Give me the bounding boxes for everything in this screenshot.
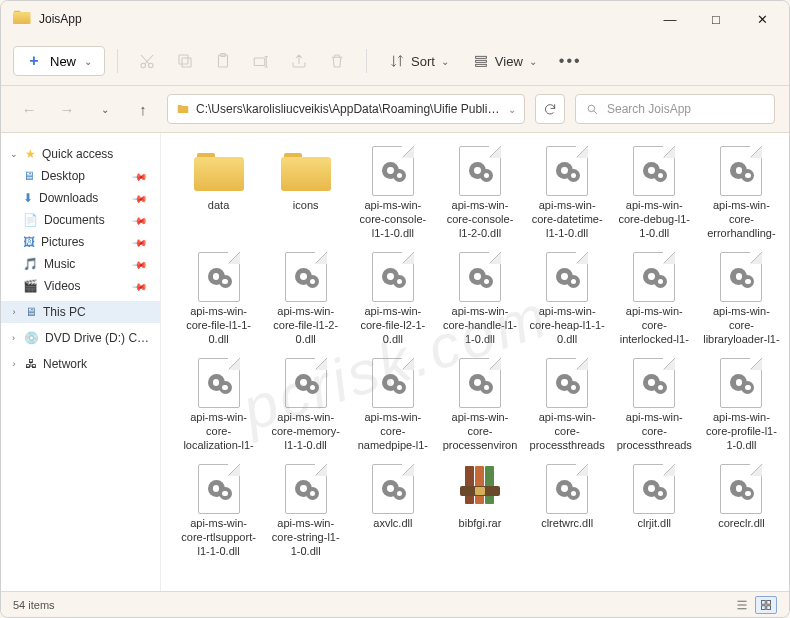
view-button[interactable]: View ⌄	[463, 47, 547, 75]
dll-icon	[633, 358, 675, 408]
recent-dropdown[interactable]: ⌄	[91, 95, 119, 123]
dll-icon	[198, 464, 240, 514]
sidebar-label: DVD Drive (D:) CCCC	[45, 331, 152, 345]
chevron-right-icon: ›	[9, 307, 19, 317]
copy-button[interactable]	[168, 46, 202, 76]
plus-icon: +	[26, 53, 42, 69]
rename-button[interactable]	[244, 46, 278, 76]
file-item[interactable]: clretwrc.dll	[524, 461, 611, 567]
sidebar-item-documents[interactable]: 📄Documents📌	[1, 209, 160, 231]
pictures-icon: 🖼	[23, 235, 35, 249]
file-name: api-ms-win-core-handle-l1-1-0.dll	[438, 305, 521, 346]
folder-icon	[194, 151, 244, 191]
file-item[interactable]: api-ms-win-core-processthreads-l1-1-1.dl…	[611, 355, 698, 461]
file-item[interactable]: api-ms-win-core-interlocked-l1-1-0.dll	[611, 249, 698, 355]
file-name: icons	[290, 199, 322, 213]
file-name: api-ms-win-core-datetime-l1-1-0.dll	[526, 199, 609, 240]
sidebar-label: Quick access	[42, 147, 113, 161]
file-item[interactable]: api-ms-win-core-debug-l1-1-0.dll	[611, 143, 698, 249]
address-path: C:\Users\karolisliucveikis\AppData\Roami…	[196, 102, 502, 116]
sidebar-this-pc[interactable]: › 🖥 This PC	[1, 301, 160, 323]
file-name: api-ms-win-core-debug-l1-1-0.dll	[613, 199, 696, 240]
dll-icon	[198, 252, 240, 302]
sidebar-item-desktop[interactable]: 🖥Desktop📌	[1, 165, 160, 187]
dll-icon	[285, 358, 327, 408]
file-name: api-ms-win-core-heap-l1-1-0.dll	[526, 305, 609, 346]
file-name: clretwrc.dll	[538, 517, 596, 531]
file-name: bibfgi.rar	[456, 517, 505, 531]
minimize-button[interactable]: —	[647, 3, 693, 35]
file-item[interactable]: api-ms-win-core-string-l1-1-0.dll	[262, 461, 349, 567]
file-item[interactable]: api-ms-win-core-heap-l1-1-0.dll	[524, 249, 611, 355]
sidebar-network[interactable]: › 🖧 Network	[1, 353, 160, 375]
file-name: api-ms-win-core-rtlsupport-l1-1-0.dll	[177, 517, 260, 558]
sidebar-item-music[interactable]: 🎵Music📌	[1, 253, 160, 275]
file-item[interactable]: api-ms-win-core-memory-l1-1-0.dll	[262, 355, 349, 461]
close-button[interactable]: ✕	[739, 3, 785, 35]
sidebar-dvd[interactable]: › 💿 DVD Drive (D:) CCCC	[1, 327, 160, 349]
file-item[interactable]: api-ms-win-core-handle-l1-1-0.dll	[436, 249, 523, 355]
icons-view-button[interactable]	[755, 596, 777, 614]
sidebar-item-downloads[interactable]: ⬇Downloads📌	[1, 187, 160, 209]
file-item[interactable]: api-ms-win-core-file-l1-1-0.dll	[175, 249, 262, 355]
file-item[interactable]: clrjit.dll	[611, 461, 698, 567]
window-title: JoisApp	[39, 12, 647, 26]
share-button[interactable]	[282, 46, 316, 76]
dll-icon	[633, 464, 675, 514]
svg-rect-3	[179, 55, 188, 64]
sort-button[interactable]: Sort ⌄	[379, 47, 459, 75]
documents-icon: 📄	[23, 213, 38, 227]
file-item[interactable]: coreclr.dll	[698, 461, 785, 567]
file-item[interactable]: api-ms-win-core-libraryloader-l1-1-0.dll	[698, 249, 785, 355]
chevron-down-icon[interactable]: ⌄	[508, 104, 516, 115]
search-input[interactable]: Search JoisApp	[575, 94, 775, 124]
maximize-button[interactable]: □	[693, 3, 739, 35]
file-item[interactable]: api-ms-win-core-namedpipe-l1-1-0.dll	[349, 355, 436, 461]
file-name: api-ms-win-core-profile-l1-1-0.dll	[700, 411, 783, 452]
sidebar-quick-access[interactable]: ⌄ ★ Quick access	[1, 143, 160, 165]
pin-icon: 📌	[132, 234, 148, 250]
file-item[interactable]: bibfgi.rar	[436, 461, 523, 567]
file-item[interactable]: api-ms-win-core-console-l1-2-0.dll	[436, 143, 523, 249]
address-bar[interactable]: C:\Users\karolisliucveikis\AppData\Roami…	[167, 94, 525, 124]
file-item[interactable]: data	[175, 143, 262, 249]
file-name: axvlc.dll	[370, 517, 415, 531]
file-item[interactable]: api-ms-win-core-file-l2-1-0.dll	[349, 249, 436, 355]
videos-icon: 🎬	[23, 279, 38, 293]
file-item[interactable]: api-ms-win-core-localization-l1-2-0.dll	[175, 355, 262, 461]
file-item[interactable]: api-ms-win-core-processthreads-l1-1-0.dl…	[524, 355, 611, 461]
new-button[interactable]: + New ⌄	[13, 46, 105, 76]
up-button[interactable]: ↑	[129, 95, 157, 123]
pin-icon: 📌	[132, 212, 148, 228]
dll-icon	[198, 358, 240, 408]
file-name: api-ms-win-core-processthreads-l1-1-1.dl…	[613, 411, 696, 453]
file-item[interactable]: api-ms-win-core-datetime-l1-1-0.dll	[524, 143, 611, 249]
file-item[interactable]: api-ms-win-core-file-l1-2-0.dll	[262, 249, 349, 355]
cut-button[interactable]	[130, 46, 164, 76]
file-item[interactable]: api-ms-win-core-rtlsupport-l1-1-0.dll	[175, 461, 262, 567]
sidebar-item-pictures[interactable]: 🖼Pictures📌	[1, 231, 160, 253]
more-button[interactable]: •••	[551, 52, 590, 70]
file-item[interactable]: api-ms-win-core-console-l1-1-0.dll	[349, 143, 436, 249]
delete-button[interactable]	[320, 46, 354, 76]
file-item[interactable]: icons	[262, 143, 349, 249]
sidebar-item-label: Downloads	[39, 191, 98, 205]
file-item[interactable]: api-ms-win-core-errorhandling-l1-1-0.dll	[698, 143, 785, 249]
sidebar-item-label: Documents	[44, 213, 105, 227]
paste-button[interactable]	[206, 46, 240, 76]
dll-icon	[459, 146, 501, 196]
dll-icon	[546, 252, 588, 302]
dll-icon	[720, 146, 762, 196]
details-view-button[interactable]	[731, 596, 753, 614]
back-button[interactable]: ←	[15, 95, 43, 123]
file-name: data	[205, 199, 232, 213]
file-item[interactable]: api-ms-win-core-processenvironment-l1-1-…	[436, 355, 523, 461]
view-label: View	[495, 54, 523, 69]
refresh-button[interactable]	[535, 94, 565, 124]
file-item[interactable]: api-ms-win-core-profile-l1-1-0.dll	[698, 355, 785, 461]
sidebar-item-videos[interactable]: 🎬Videos📌	[1, 275, 160, 297]
file-item[interactable]: axvlc.dll	[349, 461, 436, 567]
svg-rect-11	[762, 600, 766, 604]
dll-icon	[633, 146, 675, 196]
forward-button[interactable]: →	[53, 95, 81, 123]
